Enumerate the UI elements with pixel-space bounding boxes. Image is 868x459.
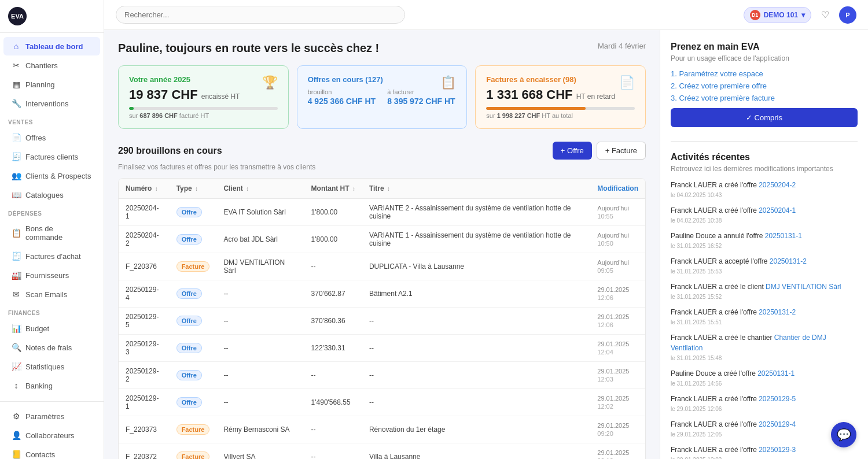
card-orange: Factures à encaisser (98) 1 331 668 CHF … — [475, 65, 646, 129]
sidebar-item-banking[interactable]: ↕ Banking — [3, 376, 100, 395]
cards-row: Votre année 2025 19 837 CHF encaissé HT … — [118, 65, 646, 129]
users-icon: 👥 — [12, 171, 21, 180]
table-row[interactable]: F_220376 Facture DMJ VENTILATION Sàrl --… — [119, 253, 645, 280]
cell-client: -- — [216, 280, 304, 308]
sidebar-item-factures-clients[interactable]: 🧾 Factures clients — [3, 147, 100, 166]
card-blue-brouillon: brouillon 4 925 366 CHF HT — [308, 88, 376, 106]
col-modification[interactable]: Modification — [590, 179, 645, 199]
sidebar-item-budget[interactable]: 📊 Budget — [3, 319, 100, 338]
activity-link[interactable]: DMJ VENTILATION Sàrl — [766, 283, 841, 291]
card-orange-label: Factures à encaisser (98) — [486, 75, 635, 84]
cell-numero: F_220372 — [119, 443, 170, 460]
compris-button[interactable]: ✓ Compris — [671, 108, 858, 127]
cell-montant: 122'330.31 — [304, 335, 362, 362]
sidebar-label-offres: Offres — [25, 134, 46, 142]
cell-client: Acro bat JDL Sàrl — [216, 226, 304, 253]
col-montant[interactable]: Montant HT ↕ — [304, 179, 362, 199]
cell-montant: -- — [304, 253, 362, 280]
table-row[interactable]: F_220372 Facture Villvert SA -- Villa à … — [119, 443, 645, 460]
table-row[interactable]: F_220373 Facture Rémy Bernasconi SA -- R… — [119, 416, 645, 443]
sidebar-item-collaborateurs[interactable]: 👤 Collaborateurs — [3, 426, 100, 445]
sidebar-item-planning[interactable]: ▦ Planning — [3, 75, 100, 94]
sidebar-item-interventions[interactable]: 🔧 Interventions — [3, 94, 100, 113]
cell-numero: 20250129-5 — [119, 308, 170, 335]
avatar[interactable]: P — [839, 6, 856, 24]
table-row[interactable]: 20250129-2 Offre -- -- -- 29.01.2025 12:… — [119, 362, 645, 389]
sidebar-item-contacts[interactable]: 📒 Contacts — [3, 445, 100, 459]
cell-modification: 29.01.2025 12:03 — [590, 362, 645, 389]
activity-item: Franck LAUER a créé le client DMJ VENTIL… — [671, 282, 858, 301]
sidebar-item-scan-emails[interactable]: ✉ Scan Emails — [3, 285, 100, 303]
stats-icon: 📈 — [12, 362, 21, 371]
cell-type: Facture — [170, 443, 217, 460]
add-facture-button[interactable]: + Facture — [597, 142, 646, 160]
col-numero[interactable]: Numéro ↕ — [119, 179, 170, 199]
sidebar-item-clients-prospects[interactable]: 👥 Clients & Prospects — [3, 166, 100, 185]
cell-client: -- — [216, 362, 304, 389]
cell-montant: -- — [304, 443, 362, 460]
sidebar-item-chantiers[interactable]: ✂ Chantiers — [3, 56, 100, 75]
chart-icon: 📊 — [12, 324, 21, 333]
activity-item: Franck LAUER a accepté l'offre 20250131-… — [671, 256, 858, 276]
activity-link[interactable]: 20250131-2 — [759, 308, 796, 316]
onboarding-link-2[interactable]: 2. Créez votre première offre — [671, 82, 858, 90]
main-area: D1 DEMO 101 ▾ ♡ P Pauline, toujours en r… — [104, 0, 868, 459]
receipt-icon: 🧾 — [12, 152, 21, 161]
col-titre[interactable]: Titre ↕ — [362, 179, 590, 199]
col-type[interactable]: Type ↕ — [170, 179, 217, 199]
sidebar-item-tableau-de-bord[interactable]: ⌂ Tableau de bord — [3, 37, 100, 55]
sidebar-item-offres[interactable]: 📄 Offres — [3, 128, 100, 147]
demo-badge[interactable]: D1 DEMO 101 ▾ — [744, 7, 811, 23]
onboarding-link-1[interactable]: 1. Paramétrez votre espace — [671, 69, 858, 78]
cell-titre: -- — [362, 308, 590, 335]
person-icon: 👤 — [12, 431, 21, 440]
cell-numero: 20250204-2 — [119, 226, 170, 253]
sidebar-item-notes-de-frais[interactable]: 🔍 Notes de frais — [3, 338, 100, 357]
table-row[interactable]: 20250129-4 Offre -- 370'662.87 Bâtiment … — [119, 280, 645, 308]
cell-modification: 29.01.2025 12:06 — [590, 308, 645, 335]
onboarding-subtitle: Pour un usage efficace de l'application — [671, 54, 858, 62]
activity-link[interactable]: 20250204-1 — [759, 206, 796, 214]
heart-icon[interactable]: ♡ — [817, 7, 833, 23]
table-row[interactable]: 20250129-1 Offre -- 1'490'568.55 -- 29.0… — [119, 389, 645, 416]
cell-client: Rémy Bernasconi SA — [216, 416, 304, 443]
card-blue-inner: brouillon 4 925 366 CHF HT à facturer 8 … — [308, 88, 457, 106]
add-offre-button[interactable]: + Offre — [553, 142, 592, 160]
sidebar-item-bons-de-commande[interactable]: 📋 Bons de commande — [3, 220, 100, 246]
table-row[interactable]: 20250129-5 Offre -- 370'860.36 -- 29.01.… — [119, 308, 645, 335]
sidebar-label-factures-achat: Factures d'achat — [25, 252, 81, 261]
card-blue: Offres en cours (127) brouillon 4 925 36… — [297, 65, 468, 129]
btn-group: + Offre + Facture — [553, 142, 646, 160]
cell-type: Offre — [170, 362, 217, 389]
sidebar-item-factures-achat[interactable]: 🧾 Factures d'achat — [3, 247, 100, 265]
table-row[interactable]: 20250204-1 Offre EVA IT Solution Sàrl 1'… — [119, 199, 645, 226]
table-row[interactable]: 20250204-2 Offre Acro bat JDL Sàrl 1'800… — [119, 226, 645, 253]
activity-link[interactable]: 20250129-3 — [759, 446, 796, 454]
sidebar-label-budget: Budget — [25, 324, 49, 333]
sidebar-item-catalogues[interactable]: 📖 Catalogues — [3, 186, 100, 204]
chat-button[interactable]: 💬 — [831, 422, 856, 447]
sidebar-label-statistiques: Statistiques — [25, 362, 64, 371]
activity-link[interactable]: 20250131-2 — [770, 257, 807, 265]
email-icon: ✉ — [12, 290, 21, 299]
activity-link[interactable]: 20250131-1 — [757, 369, 795, 377]
table-row[interactable]: 20250129-3 Offre -- 122'330.31 -- 29.01.… — [119, 335, 645, 362]
sidebar-item-statistiques[interactable]: 📈 Statistiques — [3, 357, 100, 376]
search-input[interactable] — [116, 6, 405, 24]
activities-section: Activités récentes Retrouvez ici les der… — [671, 152, 858, 459]
activity-link[interactable]: 20250129-5 — [759, 395, 796, 403]
sidebar-item-parametres[interactable]: ⚙ Paramètres — [3, 407, 100, 425]
cell-titre: -- — [362, 362, 590, 389]
activity-link[interactable]: 20250131-1 — [765, 232, 802, 240]
sidebar-label-chantiers: Chantiers — [25, 61, 58, 70]
col-client[interactable]: Client ↕ — [216, 179, 304, 199]
demo-label: DEMO 101 — [764, 11, 798, 19]
activity-link[interactable]: 20250204-2 — [759, 181, 796, 189]
activity-link[interactable]: 20250129-4 — [759, 420, 796, 428]
cell-numero: 20250129-4 — [119, 280, 170, 308]
cell-numero: 20250129-2 — [119, 362, 170, 389]
activities-subtitle: Retrouvez ici les dernières modification… — [671, 165, 858, 173]
sidebar-item-fournisseurs[interactable]: 🏭 Fournisseurs — [3, 266, 100, 284]
cell-numero: F_220376 — [119, 253, 170, 280]
onboarding-link-3[interactable]: 3. Créez votre première facture — [671, 94, 858, 102]
